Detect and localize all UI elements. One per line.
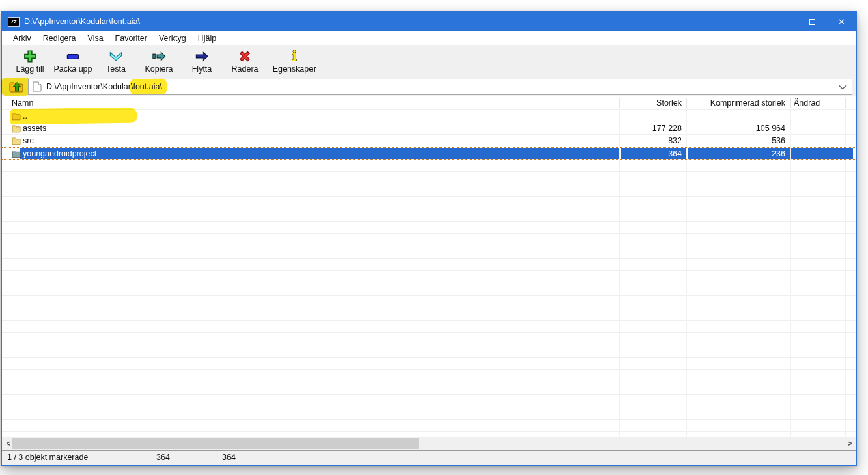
row-compressed: 236 (687, 148, 785, 160)
column-header-size[interactable]: Storlek (620, 98, 682, 108)
extract-button[interactable]: Packa upp (51, 46, 94, 76)
row-name: .. (23, 110, 27, 122)
svg-text:i: i (292, 49, 297, 64)
copy-button[interactable]: Kopiera (137, 46, 180, 76)
parent-folder-button[interactable] (5, 78, 28, 96)
row-size: 177 228 (620, 122, 682, 135)
column-resize-handle[interactable] (619, 98, 620, 108)
scrollbar-thumb[interactable] (12, 438, 419, 449)
menu-item-hjalp[interactable]: Hjälp (192, 33, 223, 44)
chevron-down-icon[interactable] (839, 81, 847, 93)
folder-icon (12, 111, 21, 122)
menu-item-favoriter[interactable]: Favoriter (109, 33, 153, 44)
folder-teal-icon (12, 149, 21, 160)
menu-item-verktyg[interactable]: Verktyg (153, 33, 192, 44)
copy-arrow-icon (151, 49, 167, 64)
status-size: 364 (156, 453, 170, 462)
column-resize-handle[interactable] (790, 98, 791, 108)
status-divider (281, 452, 281, 465)
list-body[interactable]: .. assets 177 228 105 964 src 832 (2, 110, 856, 437)
column-header-compressed[interactable]: Komprimerad storlek (687, 98, 785, 108)
status-compressed-size: 364 (222, 453, 236, 462)
test-chevron-icon (108, 49, 124, 64)
path-highlight-annotation: font.aia\ (133, 82, 161, 91)
folder-up-icon (9, 80, 23, 93)
close-button[interactable]: ✕ (827, 12, 856, 31)
menu-item-redigera[interactable]: Redigera (37, 33, 82, 44)
row-compressed: 105 964 (687, 122, 785, 135)
window-title: D:\AppInventor\Kodular\font.aia\ (24, 17, 140, 26)
list-header: Namn Storlek Komprimerad storlek Ändrad (2, 96, 856, 110)
address-path: D:\AppInventor\Kodular\font.aia\ (46, 82, 162, 91)
delete-x-icon (237, 49, 253, 64)
folder-icon (12, 124, 21, 135)
table-row-youngandroidproject[interactable]: youngandroidproject 364 236 (2, 147, 855, 160)
column-resize-handle[interactable] (845, 98, 846, 108)
scroll-right-button[interactable]: > (845, 437, 855, 450)
test-button[interactable]: Testa (94, 46, 137, 76)
address-combobox[interactable]: D:\AppInventor\Kodular\font.aia\ (28, 79, 852, 95)
add-plus-icon (22, 49, 38, 64)
move-arrow-icon (194, 49, 210, 64)
status-selection-summary: 1 / 3 objekt markerade (7, 453, 88, 462)
menubar: Arkiv Redigera Visa Favoriter Verktyg Hj… (2, 31, 856, 45)
table-row-parent[interactable]: .. (2, 110, 855, 122)
properties-info-icon: i (287, 49, 302, 64)
7zip-app-icon: 7z (8, 17, 20, 27)
properties-button[interactable]: i Egenskaper (266, 46, 322, 76)
row-compressed: 536 (687, 135, 785, 147)
status-bar: 1 / 3 objekt markerade 364 364 (2, 451, 856, 465)
maximize-icon (809, 19, 815, 25)
selection-highlight (791, 148, 853, 159)
column-resize-handle[interactable] (686, 98, 687, 108)
table-row-assets[interactable]: assets 177 228 105 964 (2, 122, 855, 135)
move-button[interactable]: Flytta (180, 46, 223, 76)
minimize-icon (779, 22, 787, 22)
document-icon (33, 81, 42, 92)
seven-zip-window: 7z D:\AppInventor\Kodular\font.aia\ ✕ Ar… (1, 11, 857, 466)
row-name: assets (23, 122, 46, 135)
status-divider (216, 452, 216, 465)
path-prefix: D:\AppInventor\Kodular\ (46, 82, 133, 91)
titlebar: 7z D:\AppInventor\Kodular\font.aia\ ✕ (2, 12, 856, 31)
maximize-button[interactable] (798, 12, 827, 31)
column-header-name[interactable]: Namn (12, 98, 33, 108)
row-size: 364 (620, 148, 682, 160)
close-icon: ✕ (838, 18, 845, 26)
delete-button[interactable]: Radera (223, 46, 266, 76)
row-name: youngandroidproject (23, 148, 96, 160)
minimize-button[interactable] (768, 12, 798, 31)
menu-item-visa[interactable]: Visa (82, 33, 109, 44)
status-divider (150, 452, 150, 465)
horizontal-scrollbar[interactable]: < > (2, 437, 856, 451)
file-list: Namn Storlek Komprimerad storlek Ändrad … (2, 96, 856, 437)
extract-minus-icon (65, 49, 81, 64)
column-header-modified[interactable]: Ändrad (794, 98, 820, 108)
row-size: 832 (620, 135, 682, 147)
menu-item-arkiv[interactable]: Arkiv (7, 33, 37, 44)
row-name: src (23, 135, 34, 147)
address-bar: D:\AppInventor\Kodular\font.aia\ (2, 77, 856, 96)
add-button[interactable]: Lägg till (8, 46, 51, 76)
selection-highlight (20, 148, 619, 159)
table-row-src[interactable]: src 832 536 (2, 135, 855, 147)
path-highlight-text: font.aia\ (133, 82, 161, 91)
folder-icon (12, 136, 21, 147)
toolbar: Lägg till Packa upp Testa Kopiera Flytta (2, 45, 856, 77)
